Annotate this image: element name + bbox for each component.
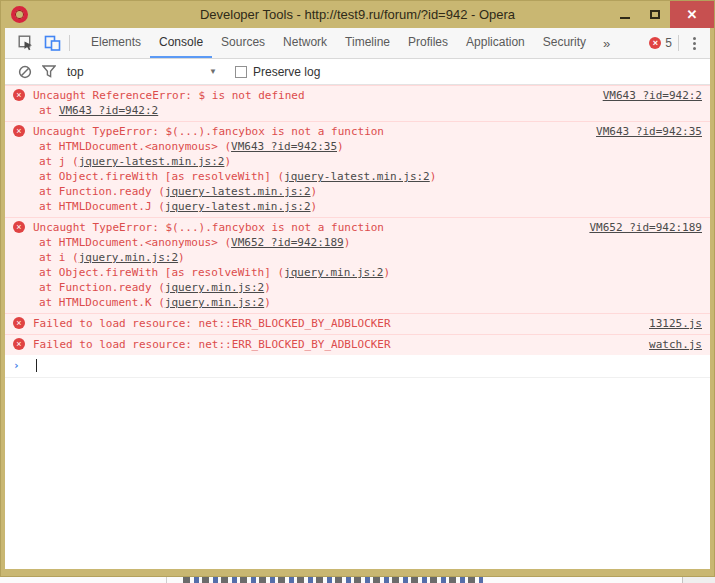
- tab-overflow-button[interactable]: »: [595, 28, 618, 58]
- stack-frame: at HTMLDocument.<anonymous> (VM643 ?id=9…: [13, 139, 702, 154]
- message-head: ×Uncaught TypeError: $(...).fancybox is …: [13, 124, 702, 139]
- background-panel-fragment: [682, 577, 715, 583]
- device-toolbar-icon: [44, 35, 61, 51]
- error-count: 5: [665, 36, 672, 50]
- minimize-button[interactable]: [610, 1, 640, 28]
- preserve-log-label: Preserve log: [253, 65, 320, 79]
- stack-frame-text: ): [264, 281, 271, 294]
- stack-frame-text: ): [337, 140, 344, 153]
- kebab-dot-icon: [693, 47, 696, 50]
- stack-frame-text: ): [383, 266, 390, 279]
- console-prompt[interactable]: ›: [5, 355, 710, 378]
- stack-frame-link[interactable]: VM652 ?id=942:189: [231, 236, 344, 249]
- close-icon: ✕: [687, 7, 698, 22]
- error-icon: ×: [13, 125, 25, 137]
- background-window-sliver: [0, 577, 715, 583]
- text-cursor: [36, 359, 37, 372]
- inspect-cursor-icon: [18, 35, 34, 51]
- console-messages: ×Uncaught ReferenceError: $ is not defin…: [5, 85, 710, 569]
- stack-frame-text: at Function.ready (: [39, 185, 165, 198]
- toolbar-divider: [678, 35, 679, 51]
- stack-frame: at Object.fireWith [as resolveWith] (jqu…: [13, 265, 702, 280]
- devtools-window: Developer Tools - http://test9.ru/forum/…: [0, 0, 715, 577]
- stack-frame-link[interactable]: jquery.min.js:2: [165, 296, 264, 309]
- stack-frame-text: at HTMLDocument.<anonymous> (: [39, 236, 231, 249]
- devtools-menu-button[interactable]: [685, 37, 704, 50]
- opera-logo-icon: [11, 6, 28, 23]
- clear-console-button[interactable]: [13, 65, 37, 79]
- error-icon: ×: [13, 317, 25, 329]
- source-location-link[interactable]: VM643 ?id=942:2: [603, 88, 702, 103]
- tab-security[interactable]: Security: [534, 28, 595, 58]
- stack-frame-link[interactable]: jquery-latest.min.js:2: [79, 155, 225, 168]
- filter-button[interactable]: [37, 65, 61, 78]
- stack-frame-link[interactable]: jquery.min.js:2: [79, 251, 178, 264]
- preserve-log-control[interactable]: Preserve log: [235, 65, 320, 79]
- error-text: Uncaught ReferenceError: $ is not define…: [33, 88, 589, 103]
- stack-frame: at Function.ready (jquery-latest.min.js:…: [13, 184, 702, 199]
- tab-profiles[interactable]: Profiles: [399, 28, 457, 58]
- error-text: Uncaught TypeError: $(...).fancybox is n…: [33, 220, 575, 235]
- source-location-link[interactable]: VM652 ?id=942:189: [589, 220, 702, 235]
- tab-elements[interactable]: Elements: [82, 28, 150, 58]
- execution-context-selector[interactable]: top ▼: [67, 65, 217, 79]
- stack-frame-text: at Object.fireWith [as resolveWith] (: [39, 170, 284, 183]
- error-icon: ×: [13, 338, 25, 350]
- stack-frame-text: ): [311, 185, 318, 198]
- clear-console-icon: [18, 65, 32, 79]
- window-controls: ✕: [610, 1, 714, 28]
- stack-frame-link[interactable]: VM643 ?id=942:35: [231, 140, 337, 153]
- kebab-dot-icon: [693, 37, 696, 40]
- error-icon: ×: [13, 89, 25, 101]
- console-error-message: ×Uncaught ReferenceError: $ is not defin…: [5, 85, 710, 121]
- device-toolbar-button[interactable]: [39, 28, 65, 58]
- tab-application[interactable]: Application: [457, 28, 534, 58]
- error-text: Uncaught TypeError: $(...).fancybox is n…: [33, 124, 582, 139]
- stack-frame-text: at Object.fireWith [as resolveWith] (: [39, 266, 284, 279]
- stack-frame-text: at j (: [39, 155, 79, 168]
- stack-frame-link[interactable]: jquery.min.js:2: [284, 266, 383, 279]
- stack-frame: at i (jquery.min.js:2): [13, 250, 702, 265]
- panel-tabs: ElementsConsoleSourcesNetworkTimelinePro…: [82, 28, 595, 58]
- kebab-dot-icon: [693, 42, 696, 45]
- message-head: ×Uncaught ReferenceError: $ is not defin…: [13, 88, 702, 103]
- error-text: Failed to load resource: net::ERR_BLOCKE…: [33, 337, 635, 352]
- stack-frame-text: ): [344, 236, 351, 249]
- tab-network[interactable]: Network: [274, 28, 336, 58]
- console-toolbar: top ▼ Preserve log: [5, 59, 710, 85]
- execution-context-value: top: [67, 65, 209, 79]
- stack-frame-link[interactable]: jquery-latest.min.js:2: [165, 185, 311, 198]
- toolbar-divider: [69, 35, 70, 51]
- maximize-icon: [650, 10, 660, 19]
- maximize-button[interactable]: [640, 1, 670, 28]
- window-title: Developer Tools - http://test9.ru/forum/…: [1, 7, 714, 22]
- message-head: ×Uncaught TypeError: $(...).fancybox is …: [13, 220, 702, 235]
- close-button[interactable]: ✕: [670, 1, 714, 28]
- stack-frame-text: at: [39, 104, 59, 117]
- stack-frame: at HTMLDocument.J (jquery-latest.min.js:…: [13, 199, 702, 214]
- stack-frame-text: ): [311, 200, 318, 213]
- stack-frame-link[interactable]: VM643 ?id=942:2: [59, 104, 158, 117]
- stack-frame: at j (jquery-latest.min.js:2): [13, 154, 702, 169]
- stack-frame-text: ): [430, 170, 437, 183]
- error-count-badge[interactable]: × 5: [649, 36, 672, 50]
- source-location-link[interactable]: watch.js: [649, 337, 702, 352]
- message-head: ×Failed to load resource: net::ERR_BLOCK…: [13, 316, 702, 331]
- preserve-log-checkbox[interactable]: [235, 66, 247, 78]
- source-location-link[interactable]: VM643 ?id=942:35: [596, 124, 702, 139]
- source-location-link[interactable]: 13125.js: [649, 316, 702, 331]
- stack-frame-text: at HTMLDocument.<anonymous> (: [39, 140, 231, 153]
- filter-funnel-icon: [42, 65, 56, 78]
- inspect-element-button[interactable]: [13, 28, 39, 58]
- error-badge-icon: ×: [649, 37, 661, 49]
- tab-timeline[interactable]: Timeline: [336, 28, 399, 58]
- title-bar[interactable]: Developer Tools - http://test9.ru/forum/…: [1, 1, 714, 28]
- tab-sources[interactable]: Sources: [212, 28, 274, 58]
- stack-frame-text: at HTMLDocument.K (: [39, 296, 165, 309]
- stack-frame-link[interactable]: jquery-latest.min.js:2: [165, 200, 311, 213]
- stack-frame: at HTMLDocument.K (jquery.min.js:2): [13, 295, 702, 310]
- stack-frame-link[interactable]: jquery.min.js:2: [165, 281, 264, 294]
- stack-frame-link[interactable]: jquery-latest.min.js:2: [284, 170, 430, 183]
- stack-frame: at Object.fireWith [as resolveWith] (jqu…: [13, 169, 702, 184]
- tab-console[interactable]: Console: [150, 28, 212, 58]
